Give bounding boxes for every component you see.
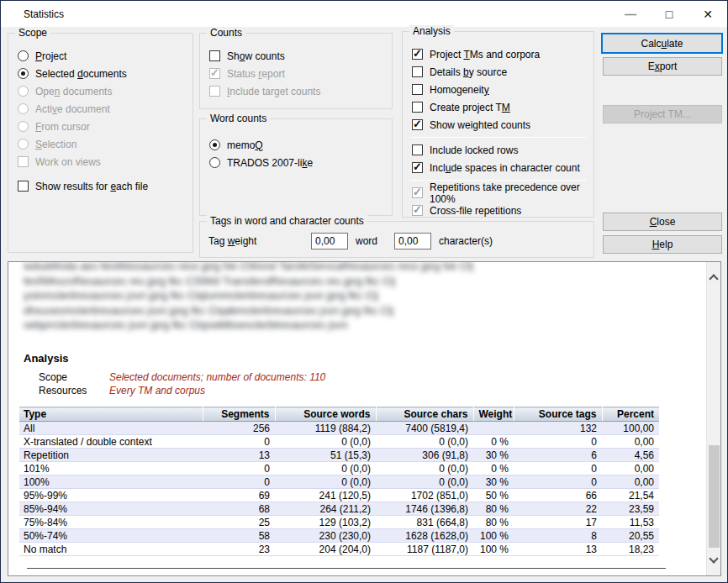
- radio-indicator[interactable]: [209, 157, 220, 168]
- scroll-up-icon[interactable]: [709, 274, 718, 283]
- checkbox-indicator[interactable]: [209, 50, 220, 61]
- include-target-counts-label: Include target counts: [227, 86, 320, 97]
- checkbox-indicator[interactable]: [412, 119, 423, 130]
- table-cell: 66: [514, 489, 602, 502]
- work-on-views-label: Work on views: [35, 156, 101, 168]
- checkbox-project-tms-and-corpora[interactable]: Project TMs and corpora: [403, 45, 593, 63]
- radio-trados-2007-like[interactable]: TRADOS 2007-like: [200, 154, 392, 171]
- checkbox-show-results-for-each-file[interactable]: Show results for each file: [8, 177, 193, 195]
- checkbox-indicator[interactable]: [412, 66, 423, 77]
- checkbox-include-spaces-in-character-count[interactable]: Include spaces in character count: [403, 159, 593, 176]
- table-cell: 50%-74%: [19, 529, 203, 543]
- table-cell: 20,55: [602, 529, 659, 543]
- tags-group-title: Tags in word and character counts: [207, 215, 367, 227]
- table-cell: 1187 (1187,0): [376, 543, 473, 556]
- show-counts-label: Show counts: [227, 50, 285, 62]
- table-cell: 50 %: [473, 489, 514, 502]
- checkbox-homogeneity[interactable]: Homogeneity: [403, 81, 593, 98]
- repetitions-take-precedence-over-100-label: Repetitions take precedence over 100%: [430, 181, 593, 205]
- project-tms-and-corpora-label: Project TMs and corpora: [430, 49, 540, 60]
- table-cell: 1746 (1396,8): [376, 502, 473, 516]
- scope-options: ProjectSelected documentsOpen documentsA…: [8, 34, 193, 195]
- help-button[interactable]: Help: [603, 235, 722, 254]
- results-panel: wdsaWvda aes fesWessaurces resx jprg fxk…: [8, 261, 721, 576]
- checkbox-show-counts[interactable]: Show counts: [200, 47, 392, 65]
- tag-weight-word-input[interactable]: [311, 233, 348, 249]
- checkbox-include-locked-rows[interactable]: Include locked rows: [403, 141, 593, 159]
- checkbox-show-weighted-counts[interactable]: Show weighted counts: [403, 116, 593, 134]
- checkbox-indicator[interactable]: [412, 84, 423, 95]
- tag-weight-character-input[interactable]: [394, 233, 431, 249]
- checkbox-indicator[interactable]: [412, 144, 423, 155]
- radio-active-document: Active document: [8, 100, 193, 118]
- checkbox-indicator[interactable]: [412, 49, 423, 60]
- checkbox-status-report: Status report: [200, 65, 392, 82]
- checkbox-indicator[interactable]: [412, 102, 423, 113]
- table-cell: 13: [514, 543, 602, 556]
- table-cell: 100,00: [602, 422, 659, 435]
- radio-memoq[interactable]: memoQ: [200, 136, 392, 154]
- minimize-button[interactable]: —: [611, 1, 650, 27]
- counts-group-title: Counts: [207, 27, 245, 39]
- table-row: All2561119 (884,2)7400 (5819,4)132100,00: [19, 422, 659, 435]
- table-cell: 68: [203, 502, 275, 516]
- close-window-button[interactable]: ✕: [688, 1, 727, 27]
- checkbox-create-project-tm[interactable]: Create project TM: [403, 98, 593, 116]
- radio-indicator[interactable]: [18, 50, 29, 61]
- table-cell: 95%-99%: [19, 489, 203, 502]
- table-head: TypeSegmentsSource wordsSource charsWeig…: [19, 407, 659, 422]
- checkbox-include-target-counts: Include target counts: [200, 82, 392, 100]
- radio-indicator[interactable]: [209, 139, 220, 150]
- radio-project[interactable]: Project: [8, 47, 193, 65]
- selected-documents-label: Selected documents: [35, 68, 127, 80]
- table-cell: 230 (230,0): [275, 529, 376, 543]
- table-cell: 69: [203, 489, 275, 502]
- checkbox-indicator: [209, 68, 220, 79]
- table-cell: 30 %: [473, 449, 514, 462]
- word-suffix-label: word: [356, 235, 389, 247]
- checkbox-indicator[interactable]: [412, 205, 423, 216]
- table-cell: 23: [203, 543, 275, 556]
- table-cell: All: [19, 422, 203, 435]
- table-row: 95%-99%69241 (120,5)1702 (851,0)50 %6621…: [19, 489, 659, 502]
- table-cell: 256: [203, 422, 275, 435]
- checkbox-indicator[interactable]: [18, 181, 29, 192]
- checkbox-repetitions-take-precedence-over-100[interactable]: Repetitions take precedence over 100%: [403, 184, 593, 202]
- radio-indicator: [18, 121, 29, 132]
- analysis-group: Analysis Project TMs and corporaDetails …: [402, 31, 594, 218]
- checkbox-details-by-source[interactable]: Details by source: [403, 63, 593, 81]
- close-button[interactable]: Close: [603, 213, 722, 231]
- table-cell: 101%: [19, 462, 203, 475]
- checkbox-indicator[interactable]: [412, 162, 423, 173]
- scope-group: Scope ProjectSelected documentsOpen docu…: [8, 33, 193, 253]
- project-label: Project: [35, 50, 66, 62]
- table-cell: 831 (664,8): [376, 516, 473, 529]
- dialog-body: Scope ProjectSelected documentsOpen docu…: [1, 27, 727, 582]
- vertical-scrollbar[interactable]: [706, 262, 720, 575]
- radio-selected-documents[interactable]: Selected documents: [8, 65, 193, 82]
- blurred-line: wdsaWvda aes fesWessaurces resx jprg fxk…: [24, 261, 656, 274]
- table-cell: 80 %: [473, 516, 514, 529]
- table-row: Repetition1351 (15,3)306 (91,8)30 %64,56: [19, 449, 659, 462]
- scroll-down-icon[interactable]: [709, 554, 718, 563]
- scope-group-title: Scope: [15, 27, 50, 39]
- export-button[interactable]: Export: [603, 57, 722, 76]
- maximize-button[interactable]: □: [650, 1, 688, 27]
- meta-label: Scope: [39, 371, 109, 383]
- separator: [410, 137, 586, 138]
- col-header-percent: Percent: [602, 407, 659, 422]
- cross-file-repetitions-label: Cross-file repetitions: [430, 205, 521, 217]
- table-cell: [473, 422, 514, 435]
- table-cell: 0: [203, 435, 275, 449]
- scrollbar-thumb[interactable]: [709, 445, 720, 548]
- checkbox-indicator[interactable]: [412, 187, 423, 198]
- table-cell: 132: [514, 422, 602, 435]
- table-cell: 100 %: [473, 543, 514, 556]
- radio-indicator[interactable]: [18, 68, 29, 79]
- table-cell: 100%: [19, 475, 203, 489]
- table-cell: 1628 (1628,0): [376, 529, 473, 543]
- titlebar: Statistics — □ ✕: [1, 1, 727, 27]
- calculate-button[interactable]: Calculate: [601, 33, 723, 54]
- project-tm-button: Project TM...: [603, 105, 722, 123]
- table-row: 50%-74%58230 (230,0)1628 (1628,0)100 %82…: [19, 529, 659, 543]
